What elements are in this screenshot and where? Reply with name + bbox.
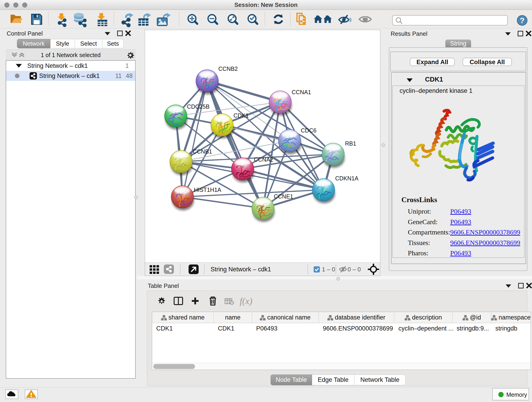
svg-text:String Network – cdk1: String Network – cdk1 (210, 266, 271, 273)
svg-text:CCNB1: CCNB1 (193, 148, 212, 155)
svg-text:f(x): f(x) (240, 296, 253, 306)
svg-text:CCNA1: CCNA1 (292, 89, 311, 95)
svg-text:CCNA2: CCNA2 (254, 156, 273, 163)
svg-text:CDK1: CDK1 (234, 112, 249, 119)
svg-text:CDKN1A: CDKN1A (335, 175, 359, 182)
svg-text:RB1: RB1 (345, 140, 356, 147)
svg-text:CCNE1: CCNE1 (274, 193, 293, 200)
svg-text:CDC25B: CDC25B (187, 103, 210, 110)
svg-text:1 – 0: 1 – 0 (322, 266, 335, 273)
svg-text:?: ? (520, 16, 525, 25)
svg-text:CDC6: CDC6 (301, 127, 317, 134)
svg-text:0 – 0: 0 – 0 (348, 266, 361, 273)
svg-text:CCNB2: CCNB2 (218, 65, 238, 72)
svg-text:HIST1H1A: HIST1H1A (194, 186, 221, 193)
